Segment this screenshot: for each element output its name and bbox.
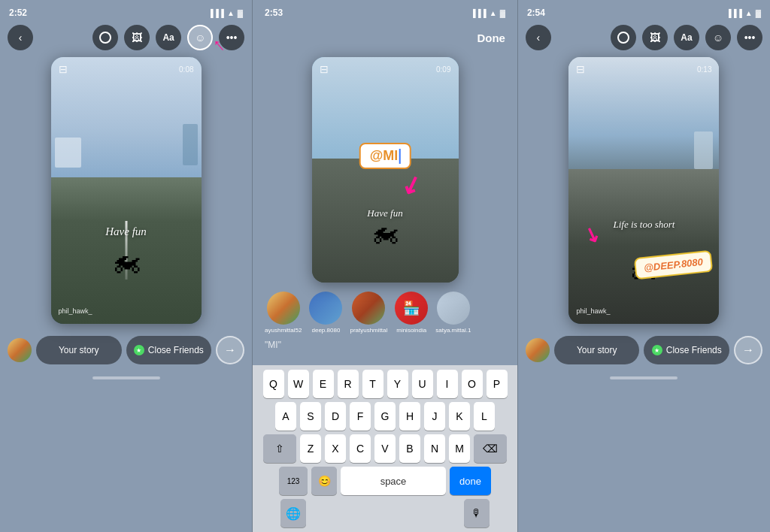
key-b[interactable]: B: [399, 434, 420, 463]
suggestion-avatar-5: [437, 292, 470, 325]
middle-panel: 2:53 ▐▐▐ ▲ ▓ Done ⊟ 0:09 🏍 Have fun: [253, 0, 517, 532]
story-header: ⊟ 0:08: [51, 63, 202, 75]
right-toolbar: ‹ 🖼 Aa ☺ •••: [518, 21, 770, 54]
your-story-label: Your story: [59, 345, 99, 355]
suggestion-item-1[interactable]: ayushmittal52: [265, 292, 302, 334]
right-story-username: phil_hawk_: [576, 307, 610, 315]
send-button[interactable]: →: [216, 336, 244, 364]
wifi-icon: ▲: [745, 9, 753, 17]
suggestion-item-3[interactable]: pratyushmittal: [350, 292, 387, 334]
chevron-left-icon: ‹: [19, 32, 23, 44]
back-button[interactable]: ‹: [8, 25, 33, 50]
key-u[interactable]: U: [412, 370, 433, 398]
suggestion-avatar-4: 🏪: [395, 292, 428, 325]
mention-sticker[interactable]: @MI: [359, 143, 411, 169]
arrow-right-icon: →: [742, 343, 754, 357]
suggestion-item-2[interactable]: deep.8080: [309, 292, 342, 334]
circle-tool-button[interactable]: [611, 25, 636, 50]
key-t[interactable]: T: [362, 370, 383, 398]
star-icon: ★: [654, 347, 659, 354]
text-cursor: [399, 149, 400, 164]
done-key[interactable]: done: [450, 467, 491, 495]
numbers-key[interactable]: 123: [279, 467, 308, 495]
key-j[interactable]: J: [424, 402, 445, 431]
shift-key[interactable]: ⇧: [263, 434, 296, 463]
sticker-tool-button[interactable]: ☺: [705, 25, 731, 50]
key-v[interactable]: V: [374, 434, 396, 463]
ellipsis-icon: •••: [744, 32, 756, 44]
suggestions-row: ayushmittal52 deep.8080 pratyushmittal 🏪…: [253, 289, 517, 337]
left-toolbar-left: ‹: [8, 25, 33, 50]
middle-time: 2:53: [265, 8, 283, 18]
key-m[interactable]: M: [449, 434, 470, 463]
image-icon: 🖼: [650, 32, 660, 44]
key-f[interactable]: F: [350, 402, 371, 431]
signal-icon: ▐▐▐: [470, 9, 486, 17]
close-friends-button[interactable]: ★ Close Friends: [126, 336, 212, 364]
close-friends-button[interactable]: ★ Close Friends: [644, 336, 729, 364]
keyboard-row-1: Q W E R T Y U I O P: [255, 370, 515, 398]
suggestion-item-4[interactable]: 🏪 minisoindia: [395, 292, 428, 334]
image-tool-button[interactable]: 🖼: [642, 25, 668, 50]
wifi-icon: ▲: [227, 9, 235, 17]
mention-text: @MI: [370, 148, 399, 164]
wifi-icon: ▲: [490, 9, 497, 17]
key-i[interactable]: I: [437, 370, 458, 398]
chevron-left-icon: ‹: [537, 32, 541, 44]
key-n[interactable]: N: [424, 434, 445, 463]
send-button[interactable]: →: [734, 336, 762, 364]
middle-story-text: Have fun: [367, 207, 402, 219]
text-tool-button[interactable]: Aa: [674, 25, 699, 50]
signal-icon: ▐▐▐: [208, 9, 224, 17]
key-h[interactable]: H: [399, 402, 420, 431]
your-story-button[interactable]: Your story: [554, 336, 640, 364]
key-r[interactable]: R: [338, 370, 359, 398]
key-y[interactable]: Y: [387, 370, 408, 398]
sticker-icon: ☺: [195, 32, 205, 44]
left-status-bar: 2:52 ▐▐▐ ▲ ▓: [0, 0, 252, 21]
done-button[interactable]: Done: [477, 32, 505, 44]
middle-story-header: ⊟ 0:09: [312, 63, 459, 75]
more-options-button[interactable]: •••: [737, 25, 762, 50]
key-x[interactable]: X: [325, 434, 346, 463]
space-key[interactable]: space: [341, 467, 446, 495]
key-e[interactable]: E: [313, 370, 334, 398]
key-z[interactable]: Z: [300, 434, 321, 463]
key-g[interactable]: G: [374, 402, 396, 431]
key-p[interactable]: P: [487, 370, 508, 398]
right-story-duration: 0:13: [697, 65, 711, 74]
close-friends-icon: ★: [652, 345, 662, 355]
story-username: phil_hawk_: [59, 307, 92, 315]
right-story-card: ⊟ 0:13 🏍 Life is too short phil_hawk_ ↘ …: [568, 57, 719, 324]
image-tool-button[interactable]: 🖼: [124, 25, 150, 50]
middle-status-bar: 2:53 ▐▐▐ ▲ ▓: [253, 0, 517, 21]
back-button[interactable]: ‹: [526, 25, 551, 50]
key-q[interactable]: Q: [263, 370, 284, 398]
key-w[interactable]: W: [288, 370, 309, 398]
mic-key[interactable]: 🎙: [464, 499, 490, 527]
left-bottom-bar: Your story ★ Close Friends →: [0, 327, 252, 373]
key-c[interactable]: C: [350, 434, 371, 463]
key-k[interactable]: K: [449, 402, 470, 431]
suggestion-item-5[interactable]: satya.mittal.1: [435, 292, 471, 334]
text-tool-button[interactable]: Aa: [156, 25, 181, 50]
key-l[interactable]: L: [474, 402, 495, 431]
emoji-key[interactable]: 😊: [311, 467, 337, 495]
key-d[interactable]: D: [325, 402, 346, 431]
circle-tool-button[interactable]: [92, 25, 118, 50]
key-s[interactable]: S: [300, 402, 321, 431]
suggestion-avatar-3: [352, 292, 385, 325]
globe-key[interactable]: 🌐: [280, 499, 306, 527]
right-toolbar-left: ‹: [526, 25, 551, 50]
key-o[interactable]: O: [462, 370, 483, 398]
your-story-button[interactable]: Your story: [36, 336, 122, 364]
right-building: [694, 131, 713, 169]
key-a[interactable]: A: [275, 402, 296, 431]
left-time: 2:52: [9, 8, 27, 18]
middle-story-card: ⊟ 0:09 🏍 Have fun @MI: [312, 57, 459, 283]
right-time: 2:54: [527, 8, 545, 18]
suggestion-name-2: deep.8080: [312, 327, 341, 334]
delete-key[interactable]: ⌫: [474, 434, 507, 463]
middle-story-duration: 0:09: [436, 65, 450, 74]
right-story-text: Life is too short: [613, 219, 675, 231]
